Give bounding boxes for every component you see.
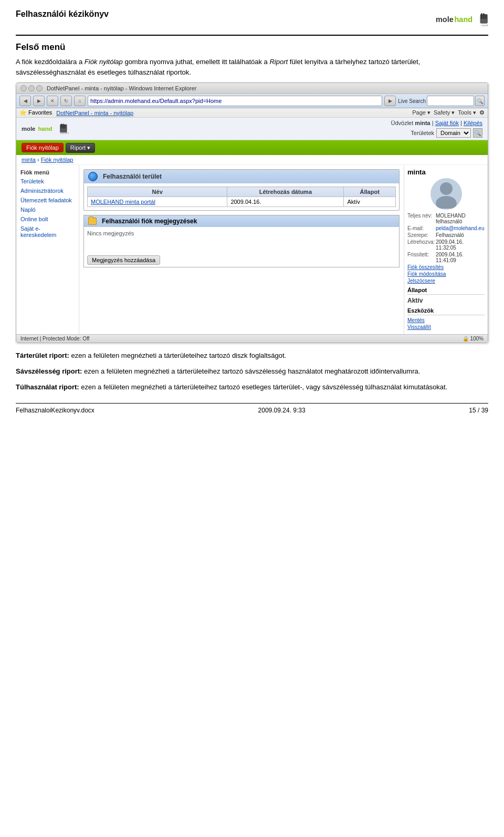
favorites-link[interactable]: DotNetPanel - minta - nyitólap: [56, 110, 133, 116]
created-label: Létrehozva:: [407, 239, 435, 251]
search-input[interactable]: [427, 96, 474, 106]
nav-riport[interactable]: Riport ▾: [66, 143, 95, 153]
col-allapot: Állapot: [344, 187, 396, 197]
desc-tarterulet-text: ezen a felületen megnézheti a tárterület…: [71, 352, 286, 359]
sidebar-item-utemezett[interactable]: Ütemezett feladatok: [16, 195, 79, 205]
globe-icon: [88, 172, 98, 181]
favorites-label: ⭐ Favorites: [19, 109, 52, 116]
svg-text:solutions: solutions: [60, 132, 69, 135]
profile-updated-row: Frissített: 2009.04.16. 11:41:09: [407, 252, 485, 263]
nav-fiok-nyitolap[interactable]: Fiók nyitólap: [22, 143, 64, 152]
desc-tulhasznalat-text: ezen a felületen megnézheti a tárterület…: [81, 383, 447, 391]
fiok-osszesite-link[interactable]: Fiók összesítés: [407, 264, 485, 270]
back-button[interactable]: ◀: [19, 96, 31, 106]
svg-text:mole: mole: [436, 15, 454, 24]
intro-text: A fiók kezdőoldalára a Fiók nyitólap gom…: [16, 57, 488, 77]
svg-text:solutions: solutions: [481, 24, 488, 27]
app-profile: minta Teljes név: MOLEHAND felhasználó E: [404, 165, 488, 334]
fiok-modositas-link[interactable]: Fiók módosítása: [407, 271, 485, 277]
notes-empty-text: Nincs megjegyzés: [87, 230, 134, 236]
terulet-search-btn[interactable]: 🔍: [473, 128, 482, 138]
doc-footer: FelhasznaloiKezikonyv.docx 2009.09.24. 9…: [16, 403, 488, 414]
browser-toolbar: ◀ ▶ ✕ ↻ ⌂ https://admin.molehand.eu/Defa…: [16, 94, 488, 108]
go-button[interactable]: ▶: [384, 96, 396, 106]
sidebar-item-kereskedelem[interactable]: Saját e-kereskedelem: [16, 224, 79, 240]
desc-savszelesseg-prefix: Sávszélesség riport:: [16, 367, 82, 375]
sidebar-item-online-bolt[interactable]: Online bolt: [16, 214, 79, 224]
search-button[interactable]: 🔍: [475, 96, 485, 106]
role-value: Felhasználó: [436, 232, 464, 238]
stop-button[interactable]: ✕: [47, 96, 58, 106]
breadcrumb: minta › Fiók nyitólap: [16, 155, 488, 165]
avatar-icon: [432, 179, 461, 209]
user-table: Név Létrehozás dátuma Állapot MOLEHAND m…: [87, 187, 396, 207]
home-button[interactable]: ⌂: [74, 96, 86, 106]
sidebar-item-naplo[interactable]: Napló: [16, 205, 79, 214]
safety-menu[interactable]: Safety ▾: [434, 109, 455, 116]
status-value: Aktív: [407, 297, 485, 304]
extra-icons: ⚙: [479, 109, 485, 116]
user-area-title: Felhasználói terület: [103, 173, 162, 180]
welcome-username: minta: [415, 120, 430, 126]
page-wrapper: Felhasználói kézikönyv mole hand solutio…: [0, 0, 504, 425]
tools-title: Eszközök: [407, 307, 485, 315]
molehand-logo-icon: mole hand solutions: [436, 9, 488, 30]
svg-rect-12: [65, 125, 66, 128]
svg-rect-5: [485, 14, 487, 19]
doc-header: Felhasználói kézikönyv mole hand solutio…: [16, 9, 488, 36]
app-main: Fiók menü Területek Adminisztrátorok Üte…: [16, 165, 488, 334]
svg-text:mole: mole: [22, 126, 35, 132]
fullname-value: MOLEHAND felhasználó: [436, 213, 485, 224]
col-date: Létrehozás dátuma: [227, 187, 344, 197]
desc-savszelesseg: Sávszélesség riport: ezen a felületen me…: [16, 366, 488, 377]
visszaallit-link[interactable]: Visszaállít: [407, 324, 485, 330]
forward-button[interactable]: ▶: [33, 96, 45, 106]
role-label: Szerepe:: [407, 232, 435, 238]
status-right: 🔒 100%: [463, 336, 484, 342]
tools-menu[interactable]: Tools ▾: [458, 109, 476, 116]
favorites-bar: ⭐ Favorites DotNetPanel - minta - nyitól…: [19, 109, 133, 116]
app-topright: Üdvözlet minta | Saját fiók | Kilépés Te…: [391, 120, 483, 138]
search-area: Live Search 🔍: [398, 96, 485, 106]
app-panel: Felhasználói terület Név Létrehozás dátu…: [79, 165, 404, 334]
svg-rect-3: [481, 13, 482, 19]
address-bar[interactable]: https://admin.molehand.eu/Default.aspx?p…: [88, 96, 382, 106]
updated-value: 2009.04.16. 11:41:09: [436, 252, 485, 263]
page-menu[interactable]: Page ▾: [412, 109, 430, 116]
titlebar-close[interactable]: [20, 85, 27, 91]
updated-label: Frissített:: [407, 252, 435, 263]
breadcrumb-fiok-nyitolap[interactable]: Fiók nyitólap: [41, 157, 74, 163]
app-sidebar: Fiók menü Területek Adminisztrátorok Üte…: [16, 165, 79, 334]
my-account-link[interactable]: Saját fiók: [435, 120, 459, 126]
titlebar-maximize[interactable]: [36, 85, 43, 91]
logout-link[interactable]: Kilépés: [464, 120, 482, 126]
mentes-link[interactable]: Mentés: [407, 317, 485, 323]
sidebar-item-adminisztrator[interactable]: Adminisztrátorok: [16, 186, 79, 195]
profile-avatar: [430, 178, 462, 210]
row-name[interactable]: MOLEHAND minta portál: [88, 197, 227, 207]
row-date: 2009.04.16.: [227, 197, 344, 207]
footer-filename: FelhasznaloiKezikonyv.docx: [16, 407, 94, 414]
notes-panel: Felhasználói fiók megjegyzések Nincs meg…: [83, 215, 400, 267]
notes-header: Felhasználói fiók megjegyzések: [84, 215, 399, 227]
svg-point-15: [436, 196, 457, 209]
refresh-button[interactable]: ↻: [60, 96, 72, 106]
jelszocere-link[interactable]: Jelszócsere: [407, 278, 485, 284]
profile-fullname-row: Teljes név: MOLEHAND felhasználó: [407, 213, 485, 224]
terulet-select[interactable]: Domain: [436, 128, 471, 138]
titlebar-minimize[interactable]: [28, 85, 35, 91]
app-logo: mole hand solutions: [22, 120, 69, 138]
notes-add-button[interactable]: Megjegyzés hozzáadása: [87, 255, 160, 265]
logo-area: mole hand solutions: [436, 9, 488, 30]
sidebar-title: Fiók menü: [16, 168, 79, 177]
titlebar-buttons: [20, 85, 43, 91]
app-content: mole hand solutions Üdvözlet minta | Saj…: [16, 118, 488, 343]
terulet-area: Területek Domain 🔍: [411, 128, 482, 138]
breadcrumb-minta[interactable]: minta: [22, 157, 36, 163]
email-label: E-mail:: [407, 225, 435, 231]
fullname-label: Teljes név:: [407, 213, 435, 224]
sidebar-item-terulet[interactable]: Területek: [16, 177, 79, 186]
browser-toolbar2: Page ▾ Safety ▾ Tools ▾ ⚙: [412, 109, 485, 116]
profile-username: minta: [407, 168, 485, 176]
col-nev: Név: [88, 187, 227, 197]
